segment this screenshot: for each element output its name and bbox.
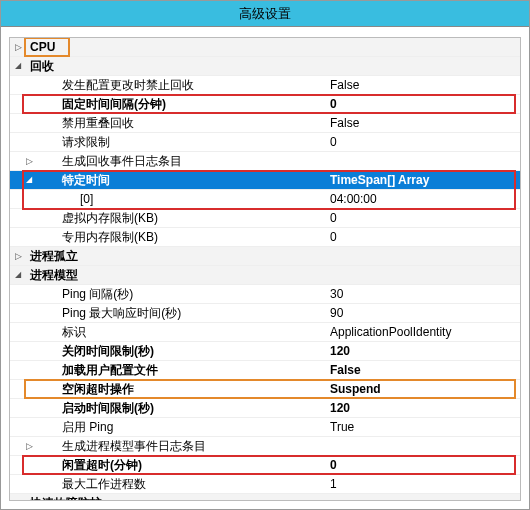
expand-icon[interactable] [10,265,26,285]
expand-icon[interactable] [26,170,40,190]
section-cpu[interactable]: CPU [10,38,520,57]
expand-icon[interactable] [10,37,26,57]
expand-icon[interactable] [26,151,40,171]
prop-idle-timeout[interactable]: 闲置超时(分钟) 0 [10,456,520,475]
section-recycle[interactable]: 回收 [10,57,520,76]
section-label: 回收 [26,57,316,76]
prop-startup-limit[interactable]: 启动时间限制(秒) 120 [10,399,520,418]
advanced-settings-window: 高级设置 CPU 回收 发生配置更改时禁止回收 False 固定时间间隔(分钟)… [0,0,530,510]
prop-shutdown-limit[interactable]: 关闭时间限制(秒) 120 [10,342,520,361]
prop-disable-overlap[interactable]: 禁用重叠回收 False [10,114,520,133]
section-label: CPU [26,38,316,57]
section-rapid-fail[interactable]: 快速故障防护 [10,494,520,501]
prop-private-memory-limit[interactable]: 专用内存限制(KB) 0 [10,228,520,247]
section-process-orphaning[interactable]: 进程孤立 [10,247,520,266]
prop-identity[interactable]: 标识 ApplicationPoolIdentity [10,323,520,342]
expand-icon[interactable] [26,436,40,456]
prop-specific-times[interactable]: 特定时间 TimeSpan[] Array [10,171,520,190]
prop-disable-recycle-on-config[interactable]: 发生配置更改时禁止回收 False [10,76,520,95]
prop-load-user-profile[interactable]: 加载用户配置文件 False [10,361,520,380]
expand-icon[interactable] [10,494,26,502]
prop-ping-max-response[interactable]: Ping 最大响应时间(秒) 90 [10,304,520,323]
prop-enable-ping[interactable]: 启用 Ping True [10,418,520,437]
expand-icon[interactable] [10,246,26,266]
prop-request-limit[interactable]: 请求限制 0 [10,133,520,152]
prop-virtual-memory-limit[interactable]: 虚拟内存限制(KB) 0 [10,209,520,228]
property-grid[interactable]: CPU 回收 发生配置更改时禁止回收 False 固定时间间隔(分钟) 0 禁用… [9,37,521,501]
prop-fixed-interval[interactable]: 固定时间间隔(分钟) 0 [10,95,520,114]
window-title: 高级设置 [1,1,529,27]
prop-recycle-events[interactable]: 生成回收事件日志条目 [10,152,520,171]
prop-max-worker-processes[interactable]: 最大工作进程数 1 [10,475,520,494]
section-process-model[interactable]: 进程模型 [10,266,520,285]
expand-icon[interactable] [10,56,26,76]
prop-ping-interval[interactable]: Ping 间隔(秒) 30 [10,285,520,304]
prop-specific-times-item-0[interactable]: [0] 04:00:00 [10,190,520,209]
prop-model-events[interactable]: 生成进程模型事件日志条目 [10,437,520,456]
prop-idle-timeout-action[interactable]: 空闲超时操作 Suspend [10,380,520,399]
